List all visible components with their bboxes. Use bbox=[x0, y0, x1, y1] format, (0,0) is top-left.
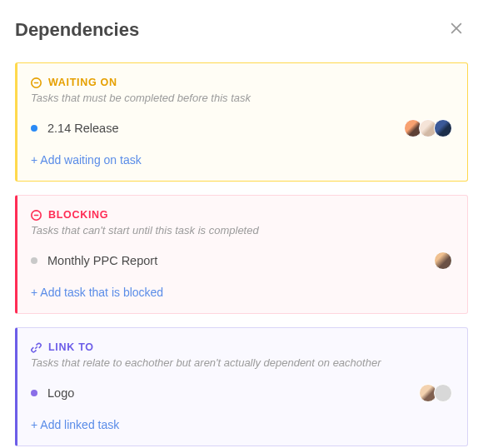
add-waiting-task-button[interactable]: + Add waiting on task bbox=[31, 153, 142, 167]
task-row[interactable]: Logo bbox=[31, 384, 452, 402]
task-name: Monthly PPC Report bbox=[47, 254, 424, 267]
avatar bbox=[434, 384, 452, 402]
section-label: WAITING ON bbox=[48, 77, 117, 88]
assignee-avatars bbox=[419, 384, 452, 402]
section-header: BLOCKING bbox=[31, 209, 452, 221]
blocking-section: BLOCKING Tasks that can't start until th… bbox=[15, 195, 468, 314]
minus-circle-icon bbox=[31, 210, 42, 221]
link-to-section: LINK TO Tasks that relate to eachother b… bbox=[15, 327, 468, 446]
task-name: Logo bbox=[47, 386, 409, 400]
section-label: LINK TO bbox=[48, 341, 94, 353]
task-status-dot bbox=[31, 125, 37, 132]
minus-circle-icon bbox=[31, 77, 42, 88]
section-label: BLOCKING bbox=[48, 209, 108, 221]
assignee-avatars bbox=[404, 119, 452, 137]
dialog-title: Dependencies bbox=[15, 19, 139, 41]
waiting-on-section: WAITING ON Tasks that must be completed … bbox=[15, 62, 468, 182]
close-button[interactable] bbox=[445, 17, 468, 42]
task-row[interactable]: Monthly PPC Report bbox=[31, 251, 452, 270]
close-icon bbox=[448, 20, 465, 39]
avatar bbox=[434, 119, 452, 137]
section-header: LINK TO bbox=[31, 341, 452, 353]
section-description: Tasks that must be completed before this… bbox=[31, 92, 452, 104]
dialog-header: Dependencies bbox=[15, 17, 468, 42]
svg-rect-5 bbox=[34, 214, 39, 216]
task-status-dot bbox=[31, 257, 37, 264]
section-description: Tasks that can't start until this task i… bbox=[31, 224, 452, 236]
task-status-dot bbox=[31, 390, 37, 396]
add-blocking-task-button[interactable]: + Add task that is blocked bbox=[31, 286, 163, 299]
avatar bbox=[434, 251, 452, 270]
section-header: WAITING ON bbox=[31, 77, 452, 88]
add-linked-task-button[interactable]: + Add linked task bbox=[31, 418, 119, 431]
assignee-avatars bbox=[434, 251, 452, 270]
task-name: 2.14 Release bbox=[47, 122, 394, 135]
section-description: Tasks that relate to eachother but aren'… bbox=[31, 356, 452, 369]
link-icon bbox=[31, 342, 42, 353]
task-row[interactable]: 2.14 Release bbox=[31, 119, 452, 137]
svg-rect-3 bbox=[34, 82, 39, 83]
